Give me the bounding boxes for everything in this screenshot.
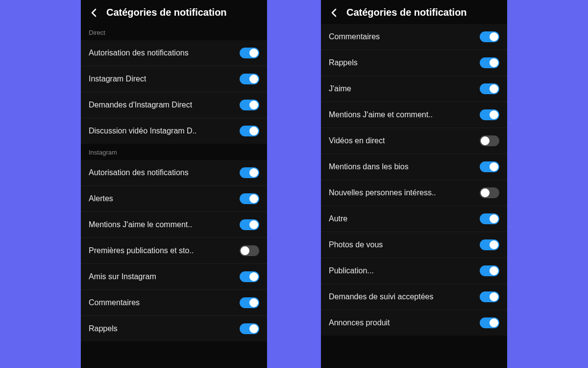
list-item[interactable]: Nouvelles personnes intéress..: [321, 180, 507, 206]
toggle-switch[interactable]: [480, 239, 499, 250]
toggle-switch[interactable]: [240, 245, 259, 256]
item-label: Autre: [329, 214, 347, 223]
toggle-switch[interactable]: [240, 193, 259, 204]
list-item[interactable]: Mentions dans les bios: [321, 154, 507, 180]
toggle-switch[interactable]: [480, 109, 499, 120]
toggle-switch[interactable]: [480, 317, 499, 328]
item-label: Rappels: [89, 324, 118, 333]
list-item[interactable]: Premières publications et sto..: [81, 238, 267, 264]
item-label: Annonces produit: [329, 318, 390, 327]
page-title: Catégories de notification: [346, 7, 467, 18]
item-label: Rappels: [329, 58, 358, 67]
item-label: Mentions dans les bios: [329, 162, 409, 171]
item-label: Autorisation des notifications: [89, 49, 189, 57]
page-title: Catégories de notification: [106, 7, 227, 18]
item-label: Demandes de suivi acceptées: [329, 292, 433, 301]
header: Catégories de notification: [81, 0, 267, 24]
item-label: Commentaires: [329, 32, 380, 41]
list-item[interactable]: Demandes de suivi acceptées: [321, 284, 507, 310]
list-item[interactable]: Autre: [321, 206, 507, 232]
toggle-switch[interactable]: [240, 297, 259, 308]
list-item[interactable]: Annonces produit: [321, 310, 507, 336]
list-item[interactable]: J'aime: [321, 76, 507, 102]
toggle-switch[interactable]: [480, 213, 499, 224]
list-item[interactable]: Autorisation des notifications: [81, 40, 267, 66]
item-label: Mentions J'aime et comment..: [329, 110, 433, 119]
item-label: Autorisation des notifications: [89, 168, 189, 177]
toggle-switch[interactable]: [480, 31, 499, 42]
toggle-switch[interactable]: [240, 126, 259, 136]
toggle-switch[interactable]: [240, 323, 259, 334]
header: Catégories de notification: [321, 0, 507, 24]
toggle-switch[interactable]: [240, 271, 259, 282]
list-item[interactable]: Demandes d'Instagram Direct: [81, 92, 267, 118]
item-label: J'aime: [329, 84, 351, 93]
list-item[interactable]: Amis sur Instagram: [81, 264, 267, 290]
list-item[interactable]: Discussion vidéo Instagram D..: [81, 118, 267, 144]
item-label: Alertes: [89, 194, 113, 203]
list-item[interactable]: Rappels: [81, 316, 267, 342]
phone-left: Catégories de notification Direct Autori…: [81, 0, 267, 368]
toggle-switch[interactable]: [480, 135, 499, 146]
item-label: Vidéos en direct: [329, 136, 385, 145]
list-item[interactable]: Alertes: [81, 186, 267, 212]
list-item[interactable]: Commentaires: [81, 290, 267, 316]
item-label: Demandes d'Instagram Direct: [89, 101, 192, 109]
item-label: Premières publications et sto..: [89, 246, 194, 255]
back-icon[interactable]: [329, 8, 339, 18]
list-item[interactable]: Commentaires: [321, 24, 507, 50]
section-header-direct: Direct: [81, 24, 267, 40]
section-items-instagram: Autorisation des notifications Alertes M…: [81, 160, 267, 342]
list-item[interactable]: Rappels: [321, 50, 507, 76]
toggle-switch[interactable]: [240, 48, 259, 58]
list-item[interactable]: Mentions J'aime et comment..: [321, 102, 507, 128]
back-icon[interactable]: [89, 8, 98, 18]
item-label: Nouvelles personnes intéress..: [329, 188, 436, 197]
section-header-instagram: Instagram: [81, 144, 267, 160]
item-label: Mentions J'aime le comment..: [89, 220, 192, 229]
section-items-direct: Autorisation des notifications Instagram…: [81, 40, 267, 144]
toggle-switch[interactable]: [480, 265, 499, 276]
toggle-switch[interactable]: [240, 74, 259, 84]
list-item[interactable]: Instagram Direct: [81, 66, 267, 92]
toggle-switch[interactable]: [240, 100, 259, 110]
item-label: Amis sur Instagram: [89, 272, 156, 281]
item-label: Instagram Direct: [89, 75, 146, 83]
item-label: Commentaires: [89, 298, 140, 307]
item-label: Publication...: [329, 266, 374, 275]
list-item[interactable]: Photos de vous: [321, 232, 507, 258]
toggle-switch[interactable]: [240, 219, 259, 230]
item-label: Photos de vous: [329, 240, 383, 249]
list-item[interactable]: Mentions J'aime le comment..: [81, 212, 267, 238]
toggle-switch[interactable]: [480, 161, 499, 172]
toggle-switch[interactable]: [480, 83, 499, 94]
list-item[interactable]: Vidéos en direct: [321, 128, 507, 154]
toggle-switch[interactable]: [480, 57, 499, 68]
list-item[interactable]: Autorisation des notifications: [81, 160, 267, 186]
phone-right: Catégories de notification Commentaires …: [321, 0, 507, 368]
section-items: Commentaires Rappels J'aime Mentions J'a…: [321, 24, 507, 336]
list-item[interactable]: Publication...: [321, 258, 507, 284]
toggle-switch[interactable]: [480, 291, 499, 302]
item-label: Discussion vidéo Instagram D..: [89, 127, 197, 135]
toggle-switch[interactable]: [240, 167, 259, 178]
toggle-switch[interactable]: [480, 187, 499, 198]
